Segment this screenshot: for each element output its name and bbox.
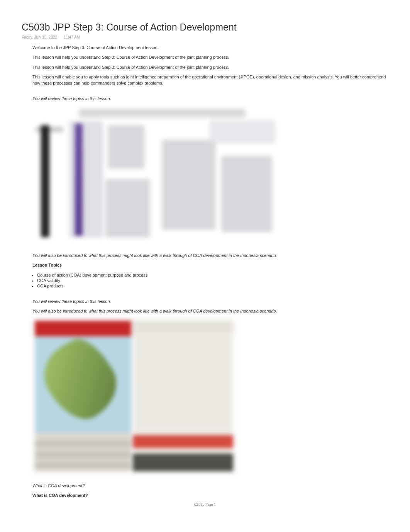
indonesia-scenario-blurred [32,318,236,474]
lesson-topics-header: Lesson Topics [32,262,388,268]
intro-paragraph: This lesson will help you understand Ste… [32,54,388,60]
review-topics-line: You will review these topics in this les… [32,299,388,304]
document-page: C503b JPP Step 3: Course of Action Devel… [0,0,410,530]
list-item: COA products [37,283,388,289]
page-title: C503b JPP Step 3: Course of Action Devel… [22,22,388,33]
intro-paragraph: This lesson will enable you to apply too… [32,74,388,86]
meta-date: Friday, July 15, 2022 [22,35,57,39]
content-body: Welcome to the JPP Step 3: Course of Act… [32,45,388,498]
page-meta: Friday, July 15, 2022 11:47 AM [22,35,388,39]
intro-paragraph: This lesson will help you understand Ste… [32,65,388,70]
scenario-intro-line: You will also be introduced to what this… [32,253,388,258]
what-is-coa-question: What is COA development? [32,483,388,489]
lesson-topics-list: Course of action (COA) development purpo… [37,272,388,289]
what-is-coa-header: What is COA development? [32,493,388,498]
meta-time: 11:47 AM [64,35,80,39]
list-item: COA validity [37,278,388,283]
list-item: Course of action (COA) development purpo… [37,272,388,278]
page-footer: C503b Page 1 [22,502,388,507]
intro-paragraph: Welcome to the JPP Step 3: Course of Act… [32,45,388,51]
process-diagram-blurred [32,106,276,245]
scenario-intro-line: You will also be introduced to what this… [32,308,388,314]
review-topics-line: You will review these topics in this les… [32,96,388,102]
